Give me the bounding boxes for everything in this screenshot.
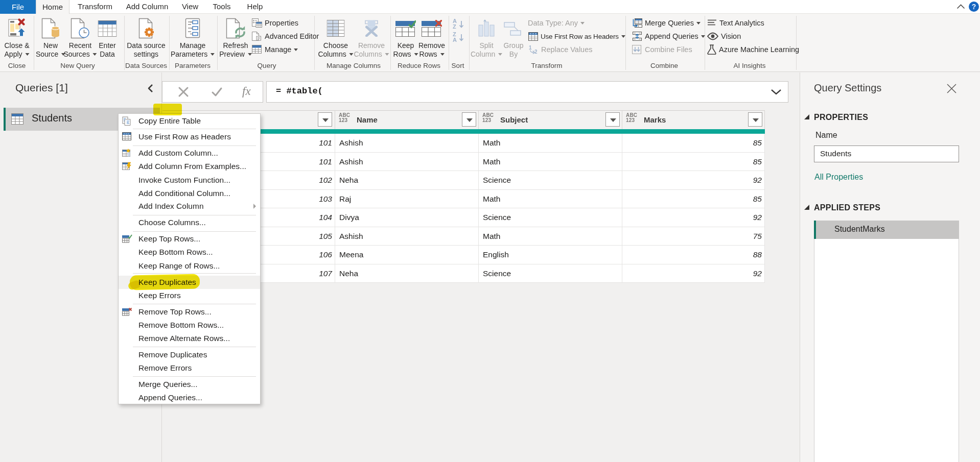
svg-text:1: 1 bbox=[529, 45, 532, 51]
svg-text:2: 2 bbox=[534, 49, 538, 54]
